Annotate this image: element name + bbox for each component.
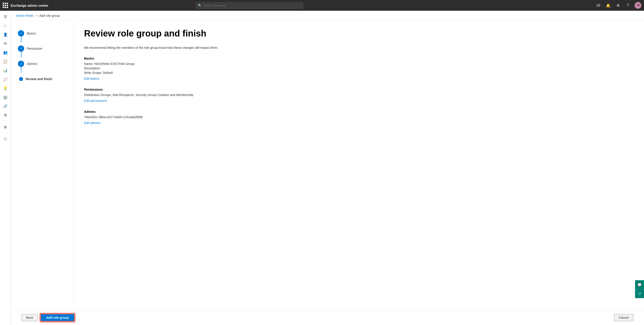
edit-permissions-link[interactable]: Edit permissions bbox=[84, 99, 107, 103]
help-icon-btn[interactable]: ? bbox=[625, 2, 631, 9]
review-section-basics: Basics Name: Hire2Retire EXO Role Group … bbox=[84, 57, 245, 81]
review-section-permissions: Permissions Distribution Groups, Mail Re… bbox=[84, 88, 245, 103]
step-permission: ✓ Permission bbox=[18, 43, 66, 54]
back-button[interactable]: Back bbox=[22, 314, 38, 321]
floating-feedback-icon[interactable]: 🗨 bbox=[635, 289, 644, 298]
sidebar: ☰ ⌂ 👤 ✉ 👥 📋 📊 📈 💡 🏢 🔗 ⚙ ⊞ ⬡ bbox=[0, 11, 11, 325]
review-admins-title: Admins bbox=[84, 110, 245, 114]
sidebar-divider bbox=[3, 121, 8, 121]
breadcrumb-parent-link[interactable]: Admin Roles bbox=[16, 14, 34, 18]
group-icon[interactable]: 👥 bbox=[1, 48, 10, 56]
review-basics-scope: Write Scope: Default bbox=[84, 71, 245, 75]
floating-buttons: 💬 🗨 bbox=[635, 280, 644, 298]
user-icon[interactable]: 👤 bbox=[1, 31, 10, 39]
breadcrumb-current: Add role group bbox=[39, 14, 60, 18]
wizard-intro: We recommend letting the members of the … bbox=[84, 46, 236, 50]
report-icon[interactable]: 📋 bbox=[1, 57, 10, 65]
admin-icon[interactable]: 🏢 bbox=[1, 93, 10, 101]
breadcrumb: Admin Roles > Add role group bbox=[11, 11, 644, 21]
settings-icon-btn[interactable]: ⚙ bbox=[615, 2, 621, 9]
step-admins-circle: ✓ bbox=[18, 61, 24, 67]
bulb-icon[interactable]: 💡 bbox=[1, 84, 10, 92]
topbar-actions: 🖂 🔔 ⚙ ? YR bbox=[595, 2, 641, 9]
step-permission-wrapper: ✓ Permission bbox=[18, 43, 66, 54]
org-icon[interactable]: 🔗 bbox=[1, 102, 10, 110]
wizard-steps: ✓ Basics ✓ Permission ✓ Admins bbox=[11, 21, 73, 310]
step-permission-label: Permission bbox=[27, 43, 42, 54]
topbar: Exchange admin center 🔍 🖂 🔔 ⚙ ? YR bbox=[0, 0, 644, 11]
edit-basics-link[interactable]: Edit basics bbox=[84, 77, 99, 80]
app-launcher-icon[interactable] bbox=[3, 3, 8, 8]
wizard-content: Review role group and finish We recommen… bbox=[73, 21, 644, 310]
menu-icon[interactable]: ☰ bbox=[1, 13, 10, 21]
office-icon[interactable]: ⬡ bbox=[1, 135, 10, 143]
footer-bar: Back Add role group Cancel bbox=[11, 310, 644, 325]
search-bar: 🔍 bbox=[196, 2, 303, 9]
home-icon[interactable]: ⌂ bbox=[1, 22, 10, 30]
step-basics: ✓ Basics bbox=[18, 28, 66, 39]
step-review-circle bbox=[19, 77, 23, 81]
breadcrumb-separator: > bbox=[36, 14, 37, 18]
notification-icon-btn[interactable]: 🔔 bbox=[605, 2, 611, 9]
step-basics-label: Basics bbox=[27, 28, 36, 39]
wizard-layout: ✓ Basics ✓ Permission ✓ Admins bbox=[11, 21, 644, 310]
step-review-wrapper: Review and finish bbox=[18, 74, 66, 84]
step-admins: ✓ Admins bbox=[18, 58, 66, 69]
review-permissions-title: Permissions bbox=[84, 88, 245, 91]
review-basics-description: Description: bbox=[84, 67, 245, 70]
mail-icon-btn[interactable]: 🖂 bbox=[595, 2, 602, 9]
step-admins-wrapper: ✓ Admins bbox=[18, 58, 66, 69]
step-basics-wrapper: ✓ Basics bbox=[18, 28, 66, 39]
review-basics-title: Basics bbox=[84, 57, 245, 60]
step-permission-circle: ✓ bbox=[18, 46, 24, 52]
step-admins-label: Admins bbox=[27, 58, 37, 69]
main-layout: ☰ ⌂ 👤 ✉ 👥 📋 📊 📈 💡 🏢 🔗 ⚙ ⊞ ⬡ Admin Roles … bbox=[0, 11, 644, 325]
add-role-group-button[interactable]: Add role group bbox=[40, 314, 74, 321]
review-basics-name: Name: Hire2Retire EXO Role Group bbox=[84, 62, 245, 66]
mail-icon[interactable]: ✉ bbox=[1, 39, 10, 48]
cancel-button[interactable]: Cancel bbox=[614, 314, 633, 321]
step-basics-circle: ✓ bbox=[18, 30, 24, 37]
wizard-title: Review role group and finish bbox=[84, 28, 633, 39]
step-review-label: Review and finish bbox=[26, 74, 52, 84]
edit-admins-link[interactable]: Edit admins bbox=[84, 121, 100, 125]
analytics-icon[interactable]: 📈 bbox=[1, 75, 10, 83]
floating-chat-icon[interactable]: 💬 bbox=[635, 280, 644, 289]
app-title: Exchange admin center bbox=[11, 4, 48, 8]
content-area: Admin Roles > Add role group ✓ Basics ✓ bbox=[11, 11, 644, 325]
avatar[interactable]: YR bbox=[634, 2, 641, 9]
chart-icon[interactable]: 📊 bbox=[1, 66, 10, 74]
search-icon: 🔍 bbox=[198, 4, 202, 7]
review-permissions-value: Distribution Groups, Mail Recipients, Se… bbox=[84, 93, 245, 97]
settings-icon[interactable]: ⚙ bbox=[1, 111, 10, 119]
review-section-admins: Admins 78ea351c-96ea-4217-ba69-1c91ada2f… bbox=[84, 110, 245, 125]
search-input[interactable] bbox=[196, 2, 303, 9]
review-admins-value: 78ea351c-96ea-4217-ba69-1c91ada2fb88 bbox=[84, 115, 245, 119]
step-review: Review and finish bbox=[18, 74, 66, 84]
table-icon[interactable]: ⊞ bbox=[1, 123, 10, 131]
